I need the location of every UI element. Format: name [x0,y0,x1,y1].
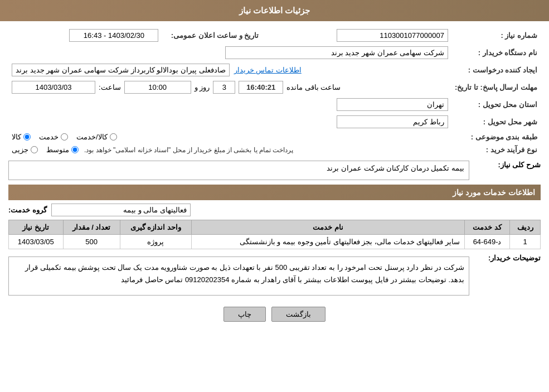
dastgah-label: نام دستگاه خریدار : [451,44,541,61]
col-nam: نام خدمت [192,220,465,235]
khadamat-header: اطلاعات خدمات مورد نیاز [8,185,541,200]
print-button[interactable]: چاپ [224,307,266,322]
countdown: 16:40:21 [239,81,283,94]
link-ettelaat[interactable]: اطلاعات تماس خریدار [234,66,302,74]
nofa-radio-group: جزیی متوسط [12,146,79,154]
tarikh-value: 1403/02/30 - 16:43 [8,27,162,44]
ijad-label: ایجاد کننده درخواست : [451,61,541,79]
tabaqe-khadamat: خدمت [39,133,68,141]
row-nofa: نوع فرآیند خرید : جزیی متوسط [8,143,541,156]
cell-tarikh: 1403/03/05 [9,235,64,249]
tabaqe-khadamat-radio[interactable] [61,133,68,141]
table-body: 1 د-649-64 سایر فعالیتهای خدمات مالی، بج… [9,235,541,249]
nofa-jozi: جزیی [12,146,38,154]
tawzihat-section: توضیحات خریدار: شرکت در نظر دارد پرسنل ت… [8,254,541,298]
time-label: ساعت: [99,83,121,91]
info-table: شماره نیاز : 1103001077000007 تاریخ و سا… [8,27,541,156]
shomara-value: 1103001077000007 [262,27,451,44]
shahr-label: شهر محل تحویل : [451,113,541,130]
nofa-motawaset: متوسط [46,146,79,154]
tabaqe-kala-khadamat: کالا/خدمت [76,133,117,141]
tarikh-box: 1403/02/30 - 16:43 [69,29,158,42]
mohlat-date: 1403/03/03 [12,81,95,94]
khadamat-table: ردیف کد خدمت نام خدمت واحد اندازه گیری ت… [8,220,541,249]
rooz-label: روز و [195,83,210,91]
cell-nam: سایر فعالیتهای خدمات مالی، بجز فعالیتهای… [192,235,465,249]
tabaqe-kala-label: کالا [12,133,21,141]
nofa-options: جزیی متوسط پرداخت تمام یا بخشی از مبلغ خ… [8,143,451,156]
sharh-section: شرح کلی نیاز: بیمه تکمیل درمان کارکنان ش… [8,161,541,180]
tabaqe-khadamat-label: خدمت [39,133,59,141]
header-row: ردیف کد خدمت نام خدمت واحد اندازه گیری ت… [9,220,541,235]
row-tabaqe: طبقه بندی موضوعی : کالا خدمت کالا/خدمت [8,130,541,143]
nofa-motawaset-label: متوسط [46,146,69,154]
ostan-label: استان محل تحویل : [451,96,541,113]
nofa-jozi-label: جزیی [12,146,28,154]
grouh-value: فعالیتهای مالی و بیمه [51,204,191,216]
mohlat-time: 10:00 [124,81,191,94]
main-content: شماره نیاز : 1103001077000007 تاریخ و سا… [0,21,549,336]
mohlat-value: 1403/03/03 ساعت: 10:00 روز و 3 16:40:21 … [8,79,451,96]
shahr-value: رباط کریم [8,113,451,130]
tawzihat-value: شرکت در نظر دارد پرسنل تحت امرخود را به … [8,257,469,296]
page-wrapper: جزئیات اطلاعات نیاز شماره نیاز : 1103001… [0,0,549,392]
row-mohlat: مهلت ارسال پاسخ: تا تاریخ: 1403/03/03 سا… [8,79,541,96]
tabaqe-options: کالا خدمت کالا/خدمت [8,130,451,143]
dastgah-box: شرکت سهامی عمران شهر جدید برند [225,46,448,59]
row-ijad: ایجاد کننده درخواست : صادفعلی پیران بودا… [8,61,541,79]
table-header: ردیف کد خدمت نام خدمت واحد اندازه گیری ت… [9,220,541,235]
cell-radif: 1 [510,235,541,249]
table-row: 1 د-649-64 سایر فعالیتهای خدمات مالی، بج… [9,235,541,249]
page-title: جزئیات اطلاعات نیاز [239,6,310,15]
shomara-label: شماره نیاز : [451,27,541,44]
tabaqe-kala: کالا [12,133,31,141]
nofa-label: نوع فرآیند خرید : [451,143,541,156]
ijad-box: صادفعلی پیران بودالالو کاربرداز شرکت سها… [12,64,230,76]
tarikh-label: تاریخ و ساعت اعلان عمومی: [162,27,262,44]
ijad-value: صادفعلی پیران بودالالو کاربرداز شرکت سها… [8,61,451,79]
page-header: جزئیات اطلاعات نیاز [0,0,549,21]
cell-kod: د-649-64 [464,235,510,249]
cell-tedad: 500 [63,235,120,249]
row-ostan: استان محل تحویل : تهران [8,96,541,113]
sharh-value: بیمه تکمیل درمان کارکنان شرکت عمران برند [8,161,469,180]
col-tedad: تعداد / مقدار [63,220,120,235]
col-tarikh: تاریخ نیاز [9,220,64,235]
ostan-value: تهران [8,96,451,113]
nofa-jozi-radio[interactable] [31,146,38,153]
col-vahed: واحد اندازه گیری [120,220,192,235]
tabaqe-kala-khadamat-label: کالا/خدمت [76,133,108,141]
cell-vahed: پروژه [120,235,192,249]
tabaqe-kala-khadamat-radio[interactable] [110,133,117,141]
shahr-box: رباط کریم [337,115,448,128]
nofa-description: پرداخت تمام یا بخشی از مبلغ خریدار از مح… [84,146,293,154]
row-shahr: شهر محل تحویل : رباط کریم [8,113,541,130]
shomara-box: 1103001077000007 [337,29,448,42]
col-kod: کد خدمت [464,220,510,235]
grouh-row: گروه خدمت: فعالیتهای مالی و بیمه [8,204,541,216]
back-button[interactable]: بازگشت [271,307,325,322]
dastgah-value: شرکت سهامی عمران شهر جدید برند [8,44,451,61]
grouh-label: گروه خدمت: [8,206,47,214]
mohlat-label: مهلت ارسال پاسخ: تا تاریخ: [451,79,541,96]
button-row: بازگشت چاپ [8,307,541,322]
tabaqe-kala-radio[interactable] [23,133,31,141]
sharh-label: شرح کلی نیاز: [474,161,541,169]
tabaqe-radio-group: کالا خدمت کالا/خدمت [12,133,448,141]
col-radif: ردیف [510,220,541,235]
row-shomara: شماره نیاز : 1103001077000007 تاریخ و سا… [8,27,541,44]
baqi-label: ساعت باقی مانده [286,83,341,91]
ostan-box: تهران [337,98,448,111]
row-dastgah: نام دستگاه خریدار : شرکت سهامی عمران شهر… [8,44,541,61]
tabaqe-label: طبقه بندی موضوعی : [451,130,541,143]
tawzihat-label: توضیحات خریدار: [474,254,541,262]
rooz-value: 3 [213,81,235,94]
nofa-motawaset-radio[interactable] [71,146,79,153]
sharh-box: بیمه تکمیل درمان کارکنان شرکت عمران برند [8,161,469,180]
